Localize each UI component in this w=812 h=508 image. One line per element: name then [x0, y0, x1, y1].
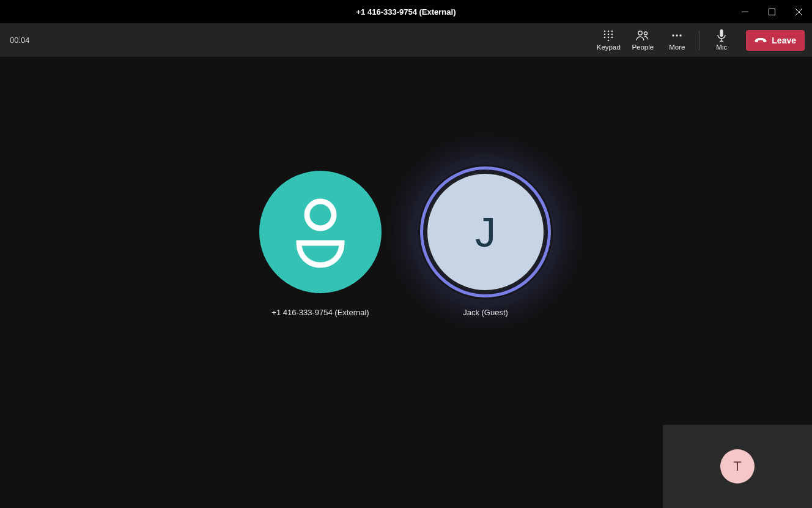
- toolbar-separator: [699, 31, 699, 50]
- mic-button[interactable]: Mic: [704, 24, 739, 56]
- keypad-label: Keypad: [597, 44, 621, 51]
- people-icon: [636, 29, 649, 42]
- window-title: +1 416-333-9754 (External): [0, 7, 812, 17]
- svg-point-6: [611, 31, 613, 32]
- svg-point-12: [611, 37, 613, 39]
- svg-point-17: [676, 35, 678, 37]
- keypad-button[interactable]: Keypad: [591, 24, 626, 56]
- svg-point-16: [673, 35, 674, 37]
- participant-guest[interactable]: J Jack (Guest): [418, 165, 553, 317]
- svg-point-5: [608, 31, 610, 32]
- self-initial: T: [733, 458, 741, 474]
- svg-point-22: [307, 201, 334, 228]
- mic-icon: [717, 29, 726, 42]
- svg-point-4: [604, 31, 606, 32]
- speaking-glow: J: [418, 165, 553, 299]
- close-button[interactable]: [785, 0, 812, 23]
- more-icon: [671, 29, 682, 42]
- more-button[interactable]: More: [660, 24, 694, 56]
- keypad-icon: [603, 29, 613, 42]
- people-label: People: [632, 44, 654, 51]
- toolbar-actions: Keypad People More: [591, 24, 805, 56]
- speaking-ring: J: [420, 166, 551, 297]
- svg-point-7: [604, 34, 606, 35]
- maximize-icon: [769, 9, 775, 15]
- svg-point-9: [611, 34, 613, 35]
- svg-point-15: [644, 32, 648, 35]
- guest-initial: J: [475, 208, 496, 256]
- minimize-icon: [742, 9, 748, 15]
- svg-point-10: [604, 37, 606, 39]
- leave-label: Leave: [772, 35, 796, 45]
- participants-area: +1 416-333-9754 (External) J Jack (Guest…: [0, 58, 812, 508]
- guest-name: Jack (Guest): [463, 308, 508, 317]
- svg-point-18: [680, 35, 682, 37]
- call-timer: 00:04: [10, 35, 30, 45]
- external-name: +1 416-333-9754 (External): [271, 308, 369, 317]
- self-avatar: T: [720, 449, 755, 484]
- maximize-button[interactable]: [758, 0, 785, 23]
- titlebar: +1 416-333-9754 (External): [0, 0, 812, 23]
- self-view[interactable]: T: [663, 425, 812, 508]
- call-toolbar: 00:04 Keypad: [0, 23, 812, 58]
- svg-rect-19: [720, 29, 723, 37]
- mic-label: Mic: [716, 44, 727, 51]
- svg-point-8: [608, 34, 610, 35]
- hangup-icon: [755, 37, 767, 44]
- minimize-button[interactable]: [731, 0, 758, 23]
- external-avatar: [259, 171, 382, 293]
- call-window: +1 416-333-9754 (External) 00:04: [0, 0, 812, 508]
- guest-avatar: J: [426, 173, 545, 291]
- svg-point-14: [638, 31, 642, 35]
- more-label: More: [669, 44, 685, 51]
- window-controls: [731, 0, 812, 23]
- person-icon: [287, 195, 354, 269]
- svg-point-11: [608, 37, 610, 39]
- close-icon: [795, 9, 802, 15]
- svg-point-13: [608, 40, 610, 41]
- participant-external[interactable]: +1 416-333-9754 (External): [259, 171, 382, 317]
- svg-rect-1: [769, 9, 775, 15]
- people-button[interactable]: People: [626, 24, 660, 56]
- leave-button[interactable]: Leave: [746, 30, 805, 51]
